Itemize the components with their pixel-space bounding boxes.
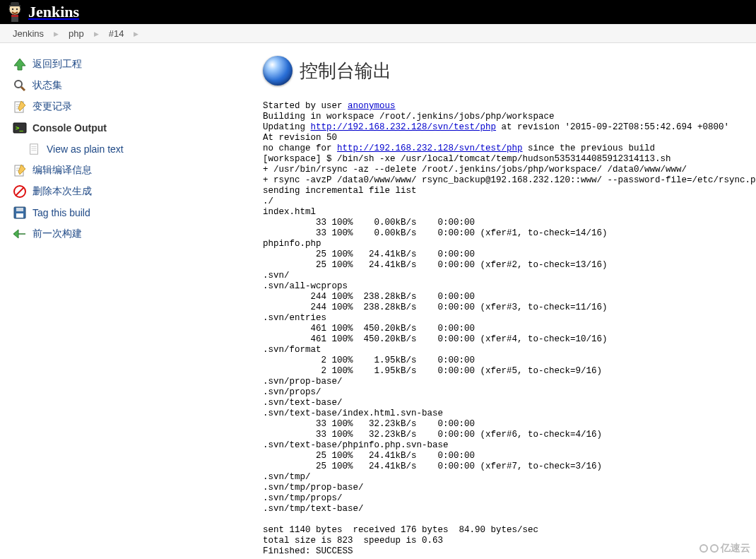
brand-text: Jenkins (28, 3, 79, 21)
console-user-link[interactable]: anonymous (348, 101, 396, 111)
sidebar-item-label[interactable]: 返回到工程 (33, 58, 82, 71)
console-line: at revision '2015-09-22T08:55:42.694 +08… (496, 122, 729, 132)
svg-line-8 (21, 87, 25, 90)
top-header: Jenkins (0, 0, 756, 24)
page-title-row: 控制台输出 (263, 56, 756, 86)
console-rest: [workspace] $ /bin/sh -xe /usr/local/tom… (263, 154, 756, 556)
console-output: Started by user anonymous Building in wo… (263, 101, 756, 557)
sidebar-item-previous-build[interactable]: 前一次构建 (11, 223, 249, 245)
main-panel: 控制台输出 Started by user anonymous Building… (254, 43, 756, 559)
console-line: Building in workspace /root/.jenkins/job… (263, 112, 555, 122)
svg-point-3 (12, 8, 13, 10)
page-title: 控制台输出 (300, 59, 391, 83)
console-line: At revision 50 (263, 133, 337, 143)
sidebar-item-label[interactable]: View as plain text (47, 143, 124, 155)
crumb-build[interactable]: #14 (109, 28, 124, 39)
console-svn-link-2[interactable]: http://192.168.232.128/svn/test/php (337, 143, 523, 153)
notepad-icon (11, 98, 28, 115)
svg-point-4 (16, 8, 18, 10)
sidebar-item-tag-build[interactable]: Tag this build (11, 202, 249, 223)
sidebar-item-label: Console Output (33, 122, 107, 134)
sidebar-item-view-plain-text[interactable]: View as plain text (11, 139, 249, 160)
watermark-text: 亿速云 (721, 542, 750, 555)
sidebar-item-delete-build[interactable]: 删除本次生成 (11, 181, 249, 202)
console-line: since the previous build (523, 143, 656, 153)
sidebar-item-label[interactable]: 前一次构建 (33, 228, 82, 240)
console-line: Started by user (263, 101, 348, 111)
watermark-logo-icon (710, 544, 719, 553)
crumb-job[interactable]: php (69, 28, 84, 39)
delete-icon (11, 183, 28, 200)
chevron-right-icon: ▶ (134, 30, 138, 37)
svg-rect-2 (9, 5, 20, 6)
watermark: 亿速云 (699, 542, 750, 555)
side-panel: 返回到工程 状态集 变更记录 >_ Console Output View as (0, 43, 254, 250)
save-icon (11, 204, 28, 221)
sidebar-item-edit-build-info[interactable]: 编辑编译信息 (11, 160, 249, 181)
notepad-edit-icon (11, 162, 28, 179)
sidebar-item-console-output[interactable]: >_ Console Output (11, 117, 249, 139)
sidebar-item-label[interactable]: 状态集 (33, 79, 62, 92)
svg-rect-15 (30, 144, 38, 154)
up-arrow-icon (11, 56, 28, 73)
terminal-icon: >_ (11, 119, 28, 136)
svg-text:>_: >_ (16, 124, 23, 131)
svg-rect-25 (16, 208, 23, 211)
jenkins-butler-icon (6, 1, 24, 23)
chevron-right-icon: ▶ (54, 30, 59, 37)
document-icon (25, 141, 42, 158)
watermark-logo-icon (699, 544, 708, 553)
status-orb-icon (263, 56, 293, 86)
sidebar-item-status[interactable]: 状态集 (11, 75, 249, 96)
sidebar-item-changes[interactable]: 变更记录 (11, 96, 249, 117)
jenkins-logo-link[interactable]: Jenkins (6, 1, 79, 23)
sidebar-item-label[interactable]: 编辑编译信息 (33, 164, 92, 177)
breadcrumb-bar: Jenkins ▶ php ▶ #14 ▶ (0, 24, 756, 43)
svg-point-7 (15, 81, 22, 88)
sidebar-item-back-to-project[interactable]: 返回到工程 (11, 54, 249, 75)
left-arrow-icon (11, 225, 28, 242)
console-line: Updating (263, 122, 311, 132)
console-svn-link-1[interactable]: http://192.168.232.128/svn/test/php (311, 122, 497, 132)
chevron-right-icon: ▶ (94, 30, 99, 37)
svg-rect-26 (16, 213, 23, 218)
sidebar-item-label[interactable]: Tag this build (33, 207, 90, 218)
search-icon (11, 77, 28, 94)
sidebar-item-label[interactable]: 变更记录 (33, 100, 72, 113)
sidebar-item-label[interactable]: 删除本次生成 (33, 185, 92, 198)
crumb-jenkins[interactable]: Jenkins (13, 28, 44, 39)
svg-rect-6 (11, 15, 18, 17)
console-line: no change for (263, 143, 337, 153)
